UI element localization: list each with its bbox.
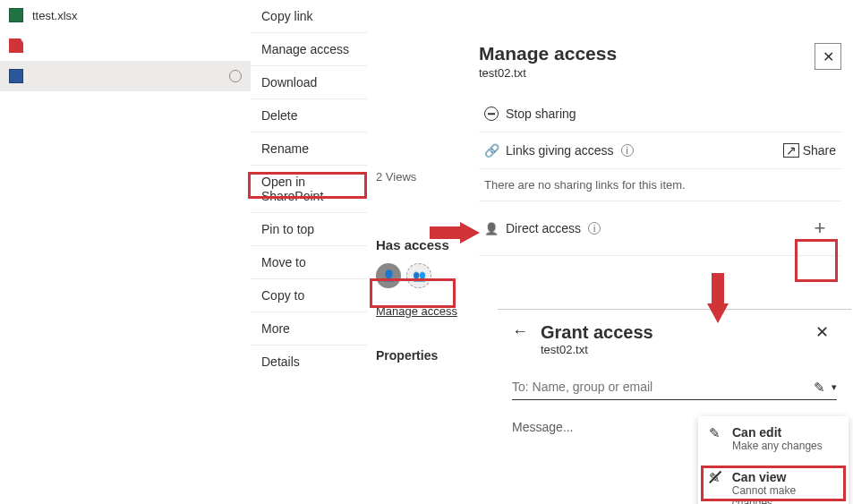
- share-label: Share: [803, 143, 836, 158]
- manage-access-panel: Manage access test02.txt ✕ Stop sharing …: [479, 43, 841, 256]
- pdf-icon: [9, 38, 23, 53]
- perm-can-view[interactable]: Can view Cannot make changes: [698, 461, 849, 504]
- back-button[interactable]: ←: [512, 322, 528, 341]
- permission-dropdown: Can edit Make any changes Can view Canno…: [698, 416, 849, 504]
- perm-desc: Cannot make changes: [732, 484, 838, 504]
- link-icon: [484, 143, 499, 158]
- stop-sharing-label: Stop sharing: [506, 107, 576, 121]
- ctx-rename[interactable]: Rename: [251, 132, 367, 165]
- person-icon: [484, 221, 499, 235]
- details-column: 2 Views Has access 👤 👥 Manage access Pro…: [376, 170, 474, 363]
- info-icon[interactable]: i: [621, 144, 634, 157]
- file-list: ttest.xlsx: [0, 0, 251, 91]
- file-row[interactable]: [0, 61, 251, 91]
- ctx-details[interactable]: Details: [251, 345, 367, 378]
- context-menu: Copy link Manage access Download Delete …: [251, 0, 367, 378]
- recipient-input[interactable]: [512, 380, 814, 394]
- perm-desc: Make any changes: [732, 440, 823, 452]
- perm-label: Can view: [732, 470, 838, 484]
- panel-filename: test02.txt: [479, 66, 617, 80]
- ctx-delete[interactable]: Delete: [251, 98, 367, 132]
- has-access-heading: Has access: [376, 237, 474, 252]
- pencil-icon: [814, 380, 828, 394]
- stop-sharing-row[interactable]: Stop sharing: [479, 96, 841, 132]
- excel-icon: [9, 8, 23, 22]
- ctx-open-sharepoint[interactable]: Open in SharePoint: [251, 165, 367, 212]
- avatar-group[interactable]: 👥: [406, 263, 431, 288]
- ctx-copy-to[interactable]: Copy to: [251, 278, 367, 312]
- grant-title: Grant access: [541, 322, 653, 343]
- no-edit-icon: [709, 470, 723, 484]
- direct-access-row: Direct access i +: [479, 201, 841, 256]
- share-icon: [783, 143, 798, 158]
- close-button[interactable]: ✕: [815, 43, 841, 70]
- panel-title: Manage access: [479, 43, 617, 64]
- stop-icon: [484, 107, 499, 121]
- close-icon: ✕: [823, 48, 834, 65]
- ctx-download[interactable]: Download: [251, 65, 367, 98]
- avatar[interactable]: 👤: [376, 263, 401, 288]
- properties-heading: Properties: [376, 348, 474, 363]
- perm-label: Can edit: [732, 425, 823, 440]
- grant-access-panel: ← Grant access test02.txt ✕ ▾ Message...: [498, 309, 851, 434]
- grant-filename: test02.txt: [541, 343, 653, 356]
- ctx-more[interactable]: More: [251, 312, 367, 345]
- close-button[interactable]: ✕: [815, 322, 837, 344]
- pencil-icon: [709, 425, 723, 440]
- select-radio[interactable]: [229, 70, 242, 82]
- links-giving-access-row: Links giving access i Share: [479, 132, 841, 169]
- share-button[interactable]: Share: [783, 143, 836, 158]
- manage-access-link[interactable]: Manage access: [376, 304, 474, 318]
- add-direct-access-button[interactable]: +: [804, 212, 836, 244]
- ctx-pin-to-top[interactable]: Pin to top: [251, 212, 367, 245]
- file-row[interactable]: ttest.xlsx: [0, 0, 251, 30]
- ctx-copy-link[interactable]: Copy link: [251, 0, 367, 32]
- avatar-row: 👤 👥: [376, 263, 474, 288]
- perm-can-edit[interactable]: Can edit Make any changes: [698, 416, 849, 461]
- file-name: ttest.xlsx: [32, 9, 242, 22]
- permission-dropdown-button[interactable]: ▾: [814, 380, 837, 394]
- ctx-move-to[interactable]: Move to: [251, 245, 367, 278]
- links-label: Links giving access: [506, 143, 614, 158]
- word-icon: [9, 69, 23, 83]
- views-count: 2 Views: [376, 170, 474, 184]
- chevron-down-icon: ▾: [832, 381, 837, 393]
- direct-access-label: Direct access: [506, 221, 581, 235]
- info-icon[interactable]: i: [588, 222, 601, 235]
- file-row[interactable]: [0, 30, 251, 61]
- no-links-note: There are no sharing links for this item…: [479, 169, 841, 201]
- ctx-manage-access[interactable]: Manage access: [251, 32, 367, 65]
